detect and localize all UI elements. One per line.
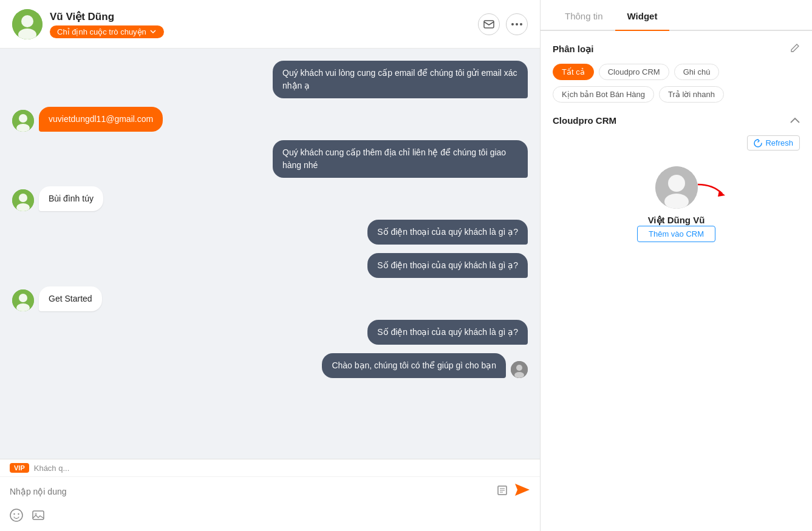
crm-user-name: Việt Dũng Vũ [648,215,705,226]
tab-thong-tin[interactable]: Thông tin [553,0,615,30]
vip-tag: VIP [10,463,29,473]
message-bubble: Số điện thoại của quý khách là gì ạ? [367,253,528,278]
crm-avatar [655,166,698,209]
message-row: Số điện thoại của quý khách là gì ạ? [12,320,528,345]
crm-section: Cloudpro CRM Refresh [553,115,800,242]
crm-profile-card: Việt Dũng Vũ Thêm vào CRM [553,166,800,242]
message-avatar [12,189,34,211]
svg-point-6 [520,23,522,25]
red-arrow-icon [695,178,728,200]
tab-widget[interactable]: Widget [615,0,670,30]
message-bubble: Số điện thoại của quý khách là gì ạ? [367,220,528,245]
send-button[interactable] [514,483,530,500]
message-row: Số điện thoại của quý khách là gì ạ? [12,253,528,278]
svg-point-4 [511,23,514,25]
crm-section-header[interactable]: Cloudpro CRM [553,115,800,126]
filter-tags-row-2: Kịch bản Bot Bán Hàng Trả lời nhanh [553,86,800,103]
message-row: vuvietdungdl11@gmail.com [12,107,528,132]
svg-rect-24 [33,511,44,519]
chat-header: Vũ Việt Dũng Chỉ định cuộc trò chuyện [0,0,540,49]
message-avatar [12,110,34,132]
chat-header-info: Vũ Việt Dũng Chỉ định cuộc trò chuyện [50,10,478,38]
filter-tat-ca[interactable]: Tất cả [553,64,594,80]
message-row: Get Started [12,286,528,311]
edit-icon[interactable] [790,43,800,55]
chevron-up-icon [790,115,800,126]
svg-point-8 [19,114,27,123]
svg-marker-20 [515,484,530,496]
chat-input[interactable] [10,487,490,496]
svg-point-11 [19,194,27,202]
refresh-button[interactable]: Refresh [747,135,800,151]
svg-point-23 [18,513,19,515]
message-bubble: Số điện thoại của quý khách là gì ạ? [367,320,528,345]
message-row: Bùi đình túy [12,186,528,211]
svg-point-27 [668,175,685,192]
assign-label: Chỉ định cuộc trò chuyện [57,27,146,36]
message-bubble: Chào bạn, chúng tôi có thể giúp gì cho b… [322,353,506,378]
filter-tra-loi[interactable]: Trả lời nhanh [659,86,724,103]
message-bubble: Quý khách cung cấp thêm địa chỉ liên hệ … [273,140,528,178]
svg-point-14 [19,294,27,302]
chat-footer-icons [0,506,540,531]
svg-point-17 [516,365,522,371]
assign-button[interactable]: Chỉ định cuộc trò chuyện [50,25,164,38]
image-icon[interactable] [32,509,45,525]
user-avatar [12,9,43,39]
chat-input-row [0,477,540,506]
svg-point-5 [516,23,518,25]
chat-messages: Quý khách vui lòng cung cấp email để chú… [0,49,540,459]
refresh-label: Refresh [765,138,793,147]
crm-avatar-wrapper [655,166,698,209]
message-bubble: Bùi đình túy [39,186,103,211]
right-panel: Thông tin Widget Phân loại Tất cả Cloudp… [541,0,812,531]
filter-tags-row: Tất cả Cloudpro CRM Ghi chú [553,64,800,80]
chat-footer: VIP Khách q... [0,459,540,531]
filter-kich-ban[interactable]: Kịch bản Bot Bán Hàng [553,86,654,103]
chat-header-actions [478,13,528,35]
svg-point-22 [13,513,15,515]
message-row: Chào bạn, chúng tôi có thể giúp gì cho b… [12,353,528,378]
svg-rect-3 [484,21,494,28]
message-row: Quý khách vui lòng cung cấp email để chú… [12,61,528,98]
attach-icon[interactable] [496,484,508,499]
svg-marker-29 [718,191,725,197]
filter-cloudpro[interactable]: Cloudpro CRM [599,64,669,80]
phan-loai-header: Phân loại [553,43,800,55]
message-bubble: Get Started [39,286,102,311]
chat-tags-row: VIP Khách q... [0,459,540,477]
email-icon-button[interactable] [478,13,500,35]
add-to-crm-button[interactable]: Thêm vào CRM [637,226,715,242]
phan-loai-title: Phân loại [553,44,593,55]
user-name: Vũ Việt Dũng [50,10,478,23]
crm-section-title: Cloudpro CRM [553,115,616,126]
filter-ghi-chu[interactable]: Ghi chú [674,64,720,80]
sent-avatar [511,361,528,378]
more-options-button[interactable] [506,13,528,35]
right-tabs: Thông tin Widget [541,0,812,31]
message-avatar [12,289,34,311]
svg-point-21 [10,509,22,521]
svg-point-18 [514,372,524,378]
message-bubble: Quý khách vui lòng cung cấp email để chú… [273,61,528,98]
khach-tag: Khách q... [34,464,70,473]
message-row: Số điện thoại của quý khách là gì ạ? [12,220,528,245]
right-content: Phân loại Tất cả Cloudpro CRM Ghi chú Kị… [541,31,812,531]
emoji-icon[interactable] [10,509,23,525]
chat-panel: Vũ Việt Dũng Chỉ định cuộc trò chuyện Qu… [0,0,541,531]
message-row: Quý khách cung cấp thêm địa chỉ liên hệ … [12,140,528,178]
svg-point-28 [664,194,689,209]
svg-point-1 [21,15,33,27]
message-bubble: vuvietdungdl11@gmail.com [39,107,163,132]
